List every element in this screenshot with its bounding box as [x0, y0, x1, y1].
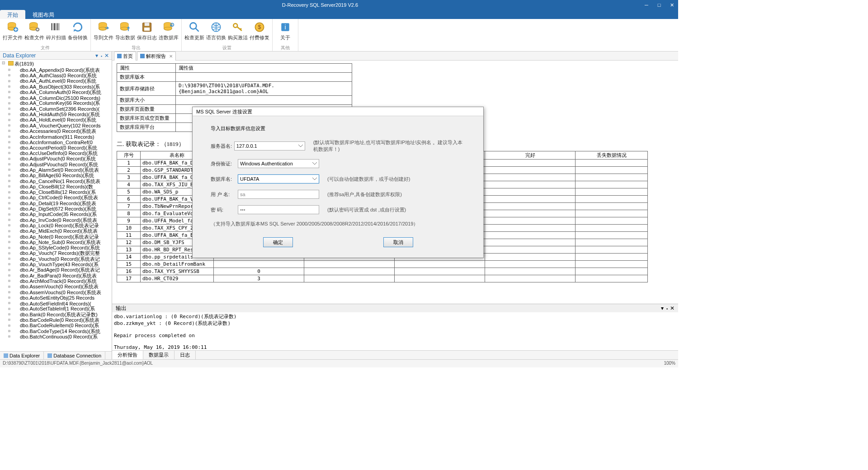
tab-view[interactable]: 视图布局	[25, 10, 61, 19]
outtab-log[interactable]: 日志	[175, 351, 196, 359]
tab-database-connection[interactable]: Database Connection	[44, 352, 105, 359]
to-file-button[interactable]: 导到文件	[93, 20, 114, 45]
check-update-button[interactable]: 检查更新	[184, 20, 205, 45]
output-tabs: 分析报告 数据显示 日志	[112, 350, 678, 359]
doctab-home[interactable]: 首页	[114, 52, 136, 61]
status-percent: 100%	[664, 361, 675, 367]
prop-name: 数据库应用平台	[117, 123, 176, 132]
tab-data-explorer[interactable]: Data Explorer	[0, 352, 44, 359]
svg-rect-10	[56, 23, 57, 30]
app-title: D-Recovery SQL Server2019 V2.6	[0, 2, 640, 8]
lbl-pwd: 密 码:	[211, 207, 238, 213]
output-body: dbo.variationlog : (0 Record)(系统表记录数) db…	[112, 312, 678, 350]
output-title: 输出	[116, 305, 127, 312]
lbl-auth: 身份验证:	[211, 160, 238, 167]
svg-rect-9	[54, 23, 56, 30]
outtab-data[interactable]: 数据显示	[143, 351, 175, 359]
records-col-header: 序号	[117, 151, 141, 160]
table-row[interactable]: 15dbo.nb_DetailFromBank	[117, 261, 648, 268]
svg-point-6	[37, 29, 38, 31]
tree-root[interactable]: 表(1819)	[14, 61, 34, 66]
frag-scan-button[interactable]: 碎片扫描	[45, 20, 67, 45]
menu-tabs: 开始 视图布局	[0, 10, 678, 19]
tree-node[interactable]: dbo.AutoSetEntityObj(25 Records	[2, 295, 112, 301]
explorer-title: Data Explorer	[3, 52, 36, 59]
document-tabs: 首页 解析报告✕	[112, 52, 678, 61]
lbl-user: 用 户 名:	[211, 191, 238, 198]
tree-node[interactable]: dbo.AccInformation(911 Records)	[2, 134, 112, 140]
tree-node[interactable]: dbo.AA_ColumnAuth(0 Record)(系统	[2, 89, 112, 95]
home-tab-icon	[117, 54, 122, 58]
explorer-tab-icon	[4, 353, 8, 358]
prop-value	[176, 96, 352, 105]
svg-text:i: i	[284, 24, 286, 31]
ok-button[interactable]: 确定	[263, 237, 293, 247]
tab-start[interactable]: 开始	[0, 10, 25, 19]
pwd-input[interactable]	[238, 205, 319, 214]
db-tab-icon	[47, 353, 52, 358]
minimize-icon[interactable]: ─	[640, 0, 653, 10]
svg-rect-11	[57, 23, 58, 30]
hint-user: (推荐sa用户,具备创建数据库权限)	[327, 191, 402, 198]
outtab-analysis[interactable]: 分析报告	[112, 351, 143, 359]
export-db-button[interactable]: 导出数据	[114, 20, 136, 45]
output-panel: 输出 ▾ ⬩ ✕ dbo.variationlog : (0 Record)(系…	[112, 304, 678, 359]
buy-button[interactable]: 购买激活	[227, 20, 249, 45]
records-col-header: 完好	[485, 151, 576, 160]
db-gear-icon	[28, 21, 41, 33]
hint-db: (可以自动创建数据库，或手动创建好)	[327, 176, 410, 183]
panel-pin-icon[interactable]: ▾ ⬩ ✕	[95, 52, 109, 59]
prop-header-1: 属性	[117, 64, 176, 73]
dialog-title: MS SQL Server 连接设置	[193, 107, 483, 116]
svg-rect-8	[53, 23, 53, 30]
tree-node[interactable]: dbo.AssemVouchs(0 Record)(系统表	[2, 290, 112, 295]
svg-point-23	[190, 23, 196, 29]
about-button[interactable]: i关于	[274, 20, 296, 45]
server-input[interactable]: 127.0.0.1	[234, 141, 305, 150]
magnify-icon	[188, 21, 201, 33]
dialog-header: 导入目标数据库信息设置	[211, 125, 465, 132]
connect-db-button[interactable]: 连数据库	[158, 20, 179, 45]
output-panel-controls[interactable]: ▾ ⬩ ✕	[661, 305, 675, 311]
table-row[interactable]: 16dbo.TAX_YYS_SHYYSSB0	[117, 268, 648, 275]
disk-icon	[141, 21, 153, 33]
close-icon[interactable]: ✕	[665, 0, 678, 10]
data-explorer-panel: Data Explorer ▾ ⬩ ✕ 表(1819) dbo.AA_Appen…	[0, 52, 112, 359]
db-link-icon	[162, 21, 175, 33]
check-file-button[interactable]: 检查文件	[24, 20, 45, 45]
ribbon-group-caption: 设置	[184, 45, 270, 51]
close-tab-icon[interactable]: ✕	[169, 54, 173, 59]
open-file-button[interactable]: 打开文件	[2, 20, 24, 45]
tree-node[interactable]: dbo.Accessaries(0 Record)(系统表	[2, 128, 112, 134]
db-up-icon	[119, 21, 132, 33]
tree-node[interactable]: dbo.AA_HoldLevel(0 Record)(系统	[2, 118, 112, 123]
key-icon	[231, 21, 244, 33]
db-input[interactable]: UFDATA	[238, 174, 319, 183]
svg-text:$: $	[258, 24, 261, 30]
maximize-icon[interactable]: □	[653, 0, 665, 10]
doctab-report[interactable]: 解析报告✕	[137, 52, 176, 61]
prop-name: 数据库版本	[117, 73, 176, 82]
barcode-icon	[50, 21, 62, 33]
auth-select[interactable]: Windows Authentication	[238, 159, 319, 168]
table-row[interactable]: 17dbo.HR_CT0293	[117, 275, 648, 282]
tree-node[interactable]: dbo.BatchContinuous(0 Record)(系	[2, 334, 112, 339]
prop-value	[176, 73, 352, 82]
lang-button[interactable]: 语言切换	[205, 20, 227, 45]
ribbon: 打开文件检查文件碎片扫描备份转换文件导到文件导出数据保存日志连数据库导出检查更新…	[0, 19, 678, 52]
tree-node[interactable]: dbo.AA_ColumnKey(66 Records)(系	[2, 101, 112, 106]
user-input[interactable]	[238, 190, 319, 199]
records-col-header: 丢失数据情况	[576, 151, 648, 160]
explorer-tree[interactable]: 表(1819) dbo.AA_Appendix(0 Record)(系统表dbo…	[0, 60, 112, 351]
backup-convert-button[interactable]: 备份转换	[67, 20, 89, 45]
prop-name: 数据库存储路径	[117, 82, 176, 96]
cancel-button[interactable]: 取消	[383, 237, 413, 247]
globe-icon	[210, 21, 222, 33]
prop-name: 数据库坏页或空页数量	[117, 114, 176, 123]
hint-pwd: (默认密码可设置成 dst ,或自行设置)	[327, 207, 406, 213]
paid-repair-button[interactable]: $付费修复	[249, 20, 270, 45]
svg-rect-7	[52, 23, 52, 30]
prop-value: D:\938790\ZT001\2018\UFDATA.MDF.{Benjami…	[176, 82, 352, 96]
save-log-button[interactable]: 保存日志	[136, 20, 158, 45]
refresh-icon	[71, 21, 84, 33]
